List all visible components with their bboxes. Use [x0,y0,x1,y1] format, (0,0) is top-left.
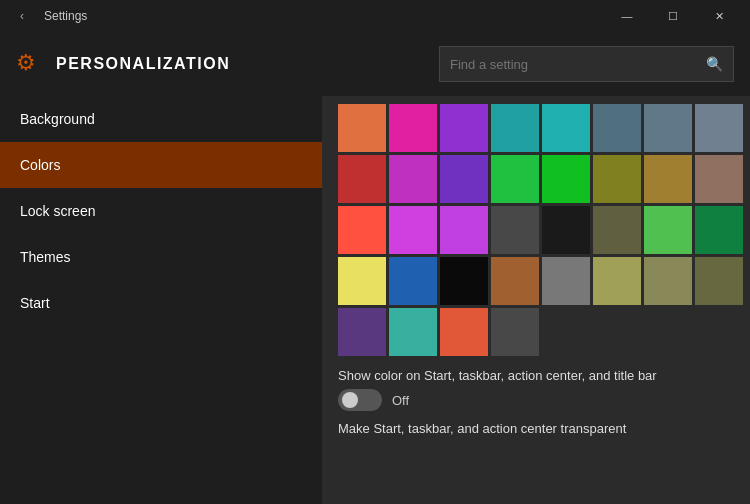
color-swatch[interactable] [491,257,539,305]
color-swatch[interactable] [440,257,488,305]
color-swatch [695,308,743,356]
color-swatch[interactable] [389,155,437,203]
color-swatch[interactable] [440,104,488,152]
color-swatch[interactable] [695,155,743,203]
color-swatch[interactable] [389,308,437,356]
color-swatch[interactable] [491,155,539,203]
color-swatch[interactable] [593,104,641,152]
color-swatch[interactable] [440,155,488,203]
search-box[interactable]: 🔍 [439,46,734,82]
color-swatch[interactable] [542,155,590,203]
show-color-option: Show color on Start, taskbar, action cen… [338,368,734,411]
color-swatch[interactable] [389,257,437,305]
back-button[interactable]: ‹ [8,2,36,30]
color-swatch[interactable] [338,104,386,152]
color-swatch[interactable] [542,206,590,254]
color-swatch[interactable] [491,104,539,152]
close-button[interactable]: ✕ [696,0,742,32]
maximize-button[interactable]: ☐ [650,0,696,32]
color-swatch [644,308,692,356]
show-color-toggle-label: Off [392,393,409,408]
color-swatch[interactable] [338,257,386,305]
color-swatch[interactable] [593,206,641,254]
color-grid [338,104,734,356]
sidebar-item-background[interactable]: Background [0,96,322,142]
body: Background Colors Lock screen Themes Sta… [0,96,750,504]
search-icon: 🔍 [706,56,723,72]
color-swatch[interactable] [593,155,641,203]
color-swatch[interactable] [338,206,386,254]
page-header: ⚙ PERSONALIZATION 🔍 [0,32,750,96]
color-swatch[interactable] [440,206,488,254]
show-color-toggle-row: Off [338,389,734,411]
transparent-label: Make Start, taskbar, and action center t… [338,421,734,436]
title-bar: ‹ Settings — ☐ ✕ [0,0,750,32]
color-swatch [593,308,641,356]
color-swatch[interactable] [389,104,437,152]
search-input[interactable] [450,57,698,72]
sidebar-item-colors[interactable]: Colors [0,142,322,188]
sidebar-item-start[interactable]: Start [0,280,322,326]
page-title: PERSONALIZATION [56,55,230,73]
color-swatch[interactable] [338,308,386,356]
color-swatch[interactable] [644,155,692,203]
show-color-label: Show color on Start, taskbar, action cen… [338,368,734,383]
color-swatch[interactable] [644,257,692,305]
color-swatch[interactable] [695,104,743,152]
color-swatch[interactable] [440,308,488,356]
minimize-button[interactable]: — [604,0,650,32]
color-swatch[interactable] [593,257,641,305]
sidebar-item-lock-screen[interactable]: Lock screen [0,188,322,234]
color-swatch[interactable] [542,104,590,152]
color-swatch[interactable] [644,104,692,152]
content-area: Show color on Start, taskbar, action cen… [322,96,750,504]
sidebar: Background Colors Lock screen Themes Sta… [0,96,322,504]
window-controls: — ☐ ✕ [604,0,742,32]
color-swatch[interactable] [491,308,539,356]
app-container: ⚙ PERSONALIZATION 🔍 Background Colors Lo… [0,32,750,504]
toggle-knob [342,392,358,408]
color-swatch[interactable] [695,257,743,305]
sidebar-item-themes[interactable]: Themes [0,234,322,280]
color-swatch[interactable] [644,206,692,254]
color-swatch[interactable] [695,206,743,254]
settings-icon: ⚙ [16,50,44,78]
window-title: Settings [44,9,87,23]
color-swatch[interactable] [338,155,386,203]
show-color-toggle[interactable] [338,389,382,411]
color-swatch[interactable] [542,257,590,305]
transparent-option: Make Start, taskbar, and action center t… [338,421,734,436]
color-swatch[interactable] [491,206,539,254]
color-swatch [542,308,590,356]
color-swatch[interactable] [389,206,437,254]
